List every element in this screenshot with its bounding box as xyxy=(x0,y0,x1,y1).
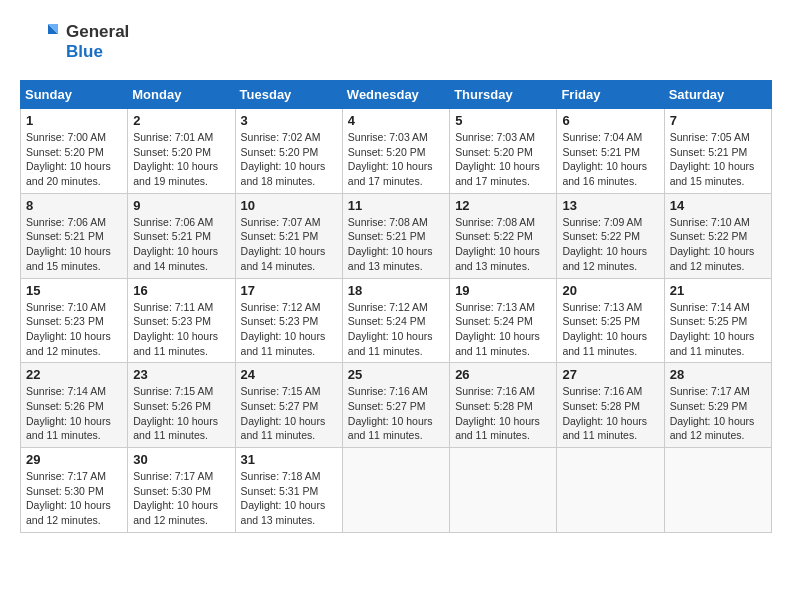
calendar-cell: 21Sunrise: 7:14 AMSunset: 5:25 PMDayligh… xyxy=(664,278,771,363)
day-info: Sunrise: 7:12 AMSunset: 5:24 PMDaylight:… xyxy=(348,300,444,359)
calendar-week-2: 8Sunrise: 7:06 AMSunset: 5:21 PMDaylight… xyxy=(21,193,772,278)
logo-icon xyxy=(20,20,60,64)
day-number: 12 xyxy=(455,198,551,213)
day-number: 16 xyxy=(133,283,229,298)
day-info: Sunrise: 7:03 AMSunset: 5:20 PMDaylight:… xyxy=(455,130,551,189)
calendar-cell: 6Sunrise: 7:04 AMSunset: 5:21 PMDaylight… xyxy=(557,109,664,194)
calendar-cell: 28Sunrise: 7:17 AMSunset: 5:29 PMDayligh… xyxy=(664,363,771,448)
day-info: Sunrise: 7:05 AMSunset: 5:21 PMDaylight:… xyxy=(670,130,766,189)
day-number: 8 xyxy=(26,198,122,213)
calendar-cell: 30Sunrise: 7:17 AMSunset: 5:30 PMDayligh… xyxy=(128,448,235,533)
day-number: 19 xyxy=(455,283,551,298)
day-info: Sunrise: 7:09 AMSunset: 5:22 PMDaylight:… xyxy=(562,215,658,274)
day-number: 28 xyxy=(670,367,766,382)
calendar-cell: 11Sunrise: 7:08 AMSunset: 5:21 PMDayligh… xyxy=(342,193,449,278)
day-info: Sunrise: 7:11 AMSunset: 5:23 PMDaylight:… xyxy=(133,300,229,359)
day-info: Sunrise: 7:13 AMSunset: 5:25 PMDaylight:… xyxy=(562,300,658,359)
day-info: Sunrise: 7:03 AMSunset: 5:20 PMDaylight:… xyxy=(348,130,444,189)
day-info: Sunrise: 7:00 AMSunset: 5:20 PMDaylight:… xyxy=(26,130,122,189)
day-info: Sunrise: 7:15 AMSunset: 5:26 PMDaylight:… xyxy=(133,384,229,443)
day-number: 24 xyxy=(241,367,337,382)
calendar-cell: 13Sunrise: 7:09 AMSunset: 5:22 PMDayligh… xyxy=(557,193,664,278)
calendar-cell: 16Sunrise: 7:11 AMSunset: 5:23 PMDayligh… xyxy=(128,278,235,363)
calendar-cell xyxy=(557,448,664,533)
calendar-week-5: 29Sunrise: 7:17 AMSunset: 5:30 PMDayligh… xyxy=(21,448,772,533)
day-number: 22 xyxy=(26,367,122,382)
day-info: Sunrise: 7:17 AMSunset: 5:29 PMDaylight:… xyxy=(670,384,766,443)
logo-text-blue: Blue xyxy=(66,42,129,62)
day-number: 13 xyxy=(562,198,658,213)
calendar-cell: 7Sunrise: 7:05 AMSunset: 5:21 PMDaylight… xyxy=(664,109,771,194)
day-number: 4 xyxy=(348,113,444,128)
day-number: 14 xyxy=(670,198,766,213)
day-info: Sunrise: 7:14 AMSunset: 5:26 PMDaylight:… xyxy=(26,384,122,443)
calendar-cell: 9Sunrise: 7:06 AMSunset: 5:21 PMDaylight… xyxy=(128,193,235,278)
day-info: Sunrise: 7:06 AMSunset: 5:21 PMDaylight:… xyxy=(133,215,229,274)
calendar-cell: 18Sunrise: 7:12 AMSunset: 5:24 PMDayligh… xyxy=(342,278,449,363)
day-number: 31 xyxy=(241,452,337,467)
day-info: Sunrise: 7:15 AMSunset: 5:27 PMDaylight:… xyxy=(241,384,337,443)
day-info: Sunrise: 7:07 AMSunset: 5:21 PMDaylight:… xyxy=(241,215,337,274)
calendar-cell: 20Sunrise: 7:13 AMSunset: 5:25 PMDayligh… xyxy=(557,278,664,363)
day-info: Sunrise: 7:18 AMSunset: 5:31 PMDaylight:… xyxy=(241,469,337,528)
calendar-cell xyxy=(450,448,557,533)
calendar-cell: 15Sunrise: 7:10 AMSunset: 5:23 PMDayligh… xyxy=(21,278,128,363)
col-header-wednesday: Wednesday xyxy=(342,81,449,109)
calendar-cell: 12Sunrise: 7:08 AMSunset: 5:22 PMDayligh… xyxy=(450,193,557,278)
day-info: Sunrise: 7:08 AMSunset: 5:21 PMDaylight:… xyxy=(348,215,444,274)
day-number: 25 xyxy=(348,367,444,382)
calendar-week-1: 1Sunrise: 7:00 AMSunset: 5:20 PMDaylight… xyxy=(21,109,772,194)
day-info: Sunrise: 7:12 AMSunset: 5:23 PMDaylight:… xyxy=(241,300,337,359)
day-number: 18 xyxy=(348,283,444,298)
day-info: Sunrise: 7:16 AMSunset: 5:28 PMDaylight:… xyxy=(562,384,658,443)
day-number: 1 xyxy=(26,113,122,128)
day-number: 15 xyxy=(26,283,122,298)
day-number: 10 xyxy=(241,198,337,213)
day-number: 20 xyxy=(562,283,658,298)
calendar-cell: 1Sunrise: 7:00 AMSunset: 5:20 PMDaylight… xyxy=(21,109,128,194)
day-info: Sunrise: 7:01 AMSunset: 5:20 PMDaylight:… xyxy=(133,130,229,189)
day-info: Sunrise: 7:13 AMSunset: 5:24 PMDaylight:… xyxy=(455,300,551,359)
day-info: Sunrise: 7:06 AMSunset: 5:21 PMDaylight:… xyxy=(26,215,122,274)
col-header-sunday: Sunday xyxy=(21,81,128,109)
col-header-friday: Friday xyxy=(557,81,664,109)
day-info: Sunrise: 7:02 AMSunset: 5:20 PMDaylight:… xyxy=(241,130,337,189)
day-number: 17 xyxy=(241,283,337,298)
calendar-cell: 27Sunrise: 7:16 AMSunset: 5:28 PMDayligh… xyxy=(557,363,664,448)
day-info: Sunrise: 7:16 AMSunset: 5:27 PMDaylight:… xyxy=(348,384,444,443)
calendar-cell: 5Sunrise: 7:03 AMSunset: 5:20 PMDaylight… xyxy=(450,109,557,194)
day-number: 5 xyxy=(455,113,551,128)
col-header-thursday: Thursday xyxy=(450,81,557,109)
calendar-cell: 17Sunrise: 7:12 AMSunset: 5:23 PMDayligh… xyxy=(235,278,342,363)
calendar-cell: 2Sunrise: 7:01 AMSunset: 5:20 PMDaylight… xyxy=(128,109,235,194)
day-info: Sunrise: 7:16 AMSunset: 5:28 PMDaylight:… xyxy=(455,384,551,443)
calendar-cell: 22Sunrise: 7:14 AMSunset: 5:26 PMDayligh… xyxy=(21,363,128,448)
calendar-cell: 14Sunrise: 7:10 AMSunset: 5:22 PMDayligh… xyxy=(664,193,771,278)
logo: GeneralBlue xyxy=(20,20,129,64)
day-info: Sunrise: 7:17 AMSunset: 5:30 PMDaylight:… xyxy=(26,469,122,528)
day-info: Sunrise: 7:17 AMSunset: 5:30 PMDaylight:… xyxy=(133,469,229,528)
calendar-week-3: 15Sunrise: 7:10 AMSunset: 5:23 PMDayligh… xyxy=(21,278,772,363)
day-number: 11 xyxy=(348,198,444,213)
day-number: 9 xyxy=(133,198,229,213)
logo-text-general: General xyxy=(66,22,129,42)
day-number: 27 xyxy=(562,367,658,382)
header: GeneralBlue xyxy=(20,20,772,64)
calendar-cell: 8Sunrise: 7:06 AMSunset: 5:21 PMDaylight… xyxy=(21,193,128,278)
calendar-cell xyxy=(664,448,771,533)
calendar-cell: 24Sunrise: 7:15 AMSunset: 5:27 PMDayligh… xyxy=(235,363,342,448)
day-number: 7 xyxy=(670,113,766,128)
day-number: 29 xyxy=(26,452,122,467)
calendar-cell: 26Sunrise: 7:16 AMSunset: 5:28 PMDayligh… xyxy=(450,363,557,448)
calendar-cell: 31Sunrise: 7:18 AMSunset: 5:31 PMDayligh… xyxy=(235,448,342,533)
calendar-cell xyxy=(342,448,449,533)
day-info: Sunrise: 7:14 AMSunset: 5:25 PMDaylight:… xyxy=(670,300,766,359)
day-number: 2 xyxy=(133,113,229,128)
calendar-cell: 3Sunrise: 7:02 AMSunset: 5:20 PMDaylight… xyxy=(235,109,342,194)
calendar-header-row: SundayMondayTuesdayWednesdayThursdayFrid… xyxy=(21,81,772,109)
col-header-saturday: Saturday xyxy=(664,81,771,109)
calendar-cell: 29Sunrise: 7:17 AMSunset: 5:30 PMDayligh… xyxy=(21,448,128,533)
day-number: 21 xyxy=(670,283,766,298)
day-number: 6 xyxy=(562,113,658,128)
calendar-cell: 10Sunrise: 7:07 AMSunset: 5:21 PMDayligh… xyxy=(235,193,342,278)
